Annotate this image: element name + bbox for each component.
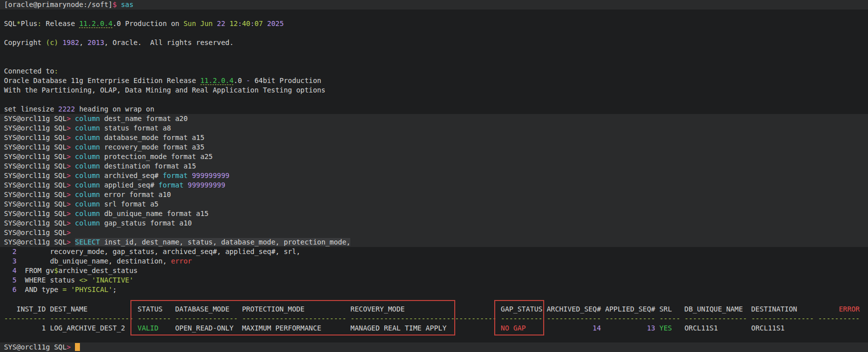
terminal-text-segment: destination format a15 — [100, 162, 196, 170]
terminal-text-segment: , — [79, 38, 87, 46]
terminal-text-segment: db_unique_name, destination, — [16, 257, 171, 265]
terminal-text-segment: column — [75, 134, 100, 142]
terminal-text-segment: AND type — [16, 286, 62, 294]
terminal-text-segment: 1982 — [62, 38, 79, 46]
terminal-line: Oracle Database 11g Enterprise Edition R… — [0, 76, 868, 86]
terminal-text-segment: .0 — [233, 76, 246, 84]
terminal-text-segment: 11.2.0.4 — [79, 20, 112, 28]
terminal-text-segment — [71, 219, 75, 227]
terminal-root[interactable]: [oracle@primarynode:/soft]$ sasSQL*Plus:… — [0, 0, 868, 352]
terminal-line: ---------- -------------------- --------… — [0, 314, 868, 324]
terminal-text-segment: error — [171, 257, 192, 265]
terminal-text-segment — [526, 324, 593, 332]
terminal-text-segment: <> — [79, 276, 87, 284]
terminal-text-segment: > — [66, 210, 70, 218]
terminal-text-segment: - — [246, 76, 250, 84]
terminal-text-segment: column — [75, 210, 100, 218]
terminal-line: SYS@orcl11g SQL> — [0, 228, 868, 238]
terminal-text-segment — [117, 0, 121, 8]
terminal-text-segment: format — [158, 181, 183, 189]
terminal-line — [0, 333, 868, 342]
terminal-text-segment: NO GAP — [501, 324, 526, 332]
terminal-text-segment: > — [66, 162, 70, 170]
terminal-text-segment — [601, 324, 647, 332]
terminal-text-segment: 13 — [647, 324, 655, 332]
terminal-text-segment: Plus — [20, 20, 37, 28]
terminal-line: SYS@orcl11g SQL> column destination form… — [0, 162, 868, 171]
terminal-text-segment: , Oracle. All rights reserved. — [104, 38, 234, 46]
terminal-text-segment: (c) — [46, 38, 58, 46]
terminal-text-segment: SYS@orcl11g SQL — [4, 210, 66, 218]
terminal-text-segment: recovery_mode, gap_status, archived_seq#… — [16, 248, 300, 256]
terminal-line: SYS@orcl11g SQL> — [0, 342, 868, 352]
terminal-line: SYS@orcl11g SQL> SELECT inst_id, dest_na… — [0, 238, 868, 247]
terminal-text-segment — [66, 286, 70, 294]
terminal-line — [0, 57, 868, 66]
terminal-text-segment: SYS@orcl11g SQL — [4, 143, 66, 151]
terminal-text-segment: ---------- -------------------- --------… — [4, 314, 860, 322]
terminal-text-segment: 1 LOG_ARCHIVE_DEST_2 — [4, 324, 137, 332]
terminal-text-segment: With the Partitioning, OLAP, Data Mining… — [4, 86, 325, 94]
terminal-text-segment: VALID — [137, 324, 158, 332]
terminal-text-segment: SYS@orcl11g SQL — [4, 114, 66, 122]
terminal-text-segment — [71, 172, 75, 180]
terminal-text-segment: SYS@orcl11g SQL — [4, 343, 66, 351]
terminal-text-segment: archive_dest_status — [58, 266, 138, 274]
terminal-text-segment: > — [66, 343, 70, 351]
terminal-text-segment — [71, 210, 75, 218]
terminal-text-segment: > — [66, 114, 70, 122]
terminal-text-segment — [71, 200, 75, 208]
terminal-text-segment: 2013 — [87, 38, 104, 46]
terminal-text-segment: column — [75, 200, 100, 208]
terminal-text-segment — [71, 114, 75, 122]
terminal-text-segment: $ — [54, 266, 58, 274]
terminal-text-segment: protection_mode format a25 — [100, 152, 213, 160]
terminal-text-segment: OPEN_READ-ONLY MAXIMUM PERFORMANCE MANAG… — [158, 324, 501, 332]
terminal-text-segment: format — [162, 172, 187, 180]
terminal-text-segment — [655, 324, 659, 332]
terminal-line: 2 recovery_mode, gap_status, archived_se… — [0, 247, 868, 256]
terminal-line: SYS@orcl11g SQL> column gap_status forma… — [0, 218, 868, 228]
terminal-text-segment — [71, 124, 75, 132]
terminal-text-segment: > — [66, 238, 70, 246]
terminal-text-segment: 40 — [242, 20, 250, 28]
terminal-text-segment — [225, 20, 229, 28]
terminal-line: INST_ID DEST_NAME STATUS DATABASE_MODE P… — [0, 304, 868, 314]
terminal-text-segment: gap_status format a10 — [100, 219, 192, 227]
terminal-line: 6 AND type = 'PHYSICAL'; — [0, 285, 868, 294]
terminal-line — [0, 28, 868, 38]
terminal-text-segment: set linesize — [4, 105, 58, 113]
terminal-text-segment — [4, 248, 12, 256]
terminal-line — [0, 10, 868, 19]
terminal-text-segment: : — [54, 67, 58, 75]
terminal-text-segment: column — [75, 162, 100, 170]
terminal-text-segment: 64bit Production — [250, 76, 321, 84]
terminal-text-segment: 2 — [12, 248, 16, 256]
terminal-text-segment: archived_seq# — [100, 172, 162, 180]
terminal-line: SYS@orcl11g SQL> column recovery_mode fo… — [0, 142, 868, 152]
terminal-line — [0, 294, 868, 304]
terminal-text-segment: > — [66, 181, 70, 189]
terminal-text-segment: heading on wrap on — [75, 105, 154, 113]
terminal-text-segment: SYS@orcl11g SQL — [4, 219, 66, 227]
terminal-text-segment: ORCL11S1 ORCL11S1 — [672, 324, 785, 332]
terminal-text-segment: column — [75, 114, 100, 122]
terminal-screen[interactable]: [oracle@primarynode:/soft]$ sasSQL*Plus:… — [0, 0, 868, 352]
terminal-line: SYS@orcl11g SQL> column protection_mode … — [0, 152, 868, 162]
terminal-text-segment: column — [75, 143, 100, 151]
terminal-text-segment: > — [66, 228, 70, 236]
terminal-text-segment: 'PHYSICAL' — [71, 286, 113, 294]
terminal-line: SYS@orcl11g SQL> column status format a8 — [0, 124, 868, 133]
terminal-text-segment: $ — [112, 0, 116, 8]
terminal-text-segment: > — [66, 190, 70, 198]
terminal-line: set linesize 2222 heading on wrap on — [0, 104, 868, 114]
terminal-text-segment: Release — [41, 20, 79, 28]
terminal-text-segment — [4, 276, 12, 284]
terminal-text-segment — [188, 172, 192, 180]
terminal-text-segment: Oracle Database 11g Enterprise Edition R… — [4, 76, 200, 84]
terminal-text-segment — [58, 38, 62, 46]
terminal-text-segment: 07 — [254, 20, 263, 28]
terminal-text-segment: Copyright — [4, 38, 46, 46]
terminal-text-segment: YES — [660, 324, 672, 332]
terminal-text-segment: > — [66, 152, 70, 160]
